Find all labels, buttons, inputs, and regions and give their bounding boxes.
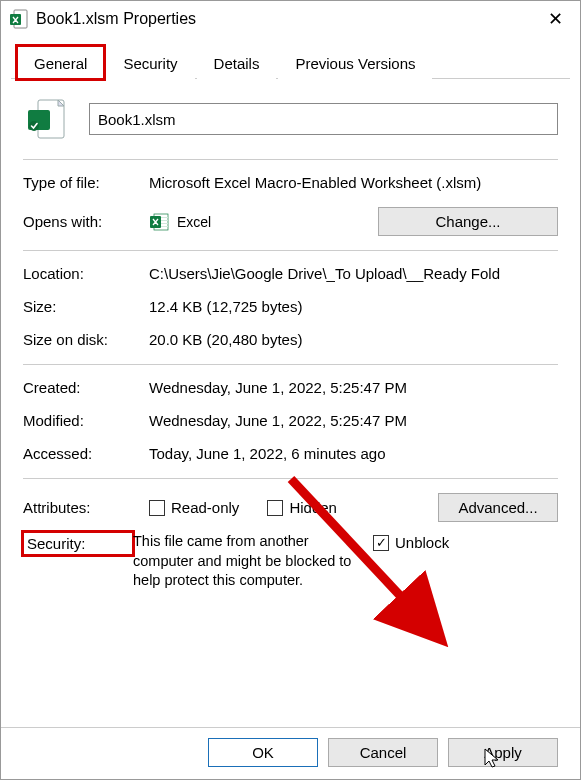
type-of-file-label: Type of file: [23, 174, 149, 191]
divider [23, 159, 558, 160]
location-label: Location: [23, 265, 149, 282]
created-label: Created: [23, 379, 149, 396]
filename-input[interactable] [89, 103, 558, 135]
excel-file-icon [9, 9, 29, 29]
checkbox-icon [149, 500, 165, 516]
size-on-disk-value: 20.0 KB (20,480 bytes) [149, 331, 558, 348]
opens-with-label: Opens with: [23, 213, 149, 230]
modified-value: Wednesday, June 1, 2022, 5:25:47 PM [149, 412, 558, 429]
checkbox-icon [267, 500, 283, 516]
ok-button[interactable]: OK [208, 738, 318, 767]
size-on-disk-label: Size on disk: [23, 331, 149, 348]
readonly-label: Read-only [171, 499, 239, 516]
divider [23, 364, 558, 365]
security-section-label: Security: [23, 532, 133, 555]
size-label: Size: [23, 298, 149, 315]
close-button[interactable]: ✕ [540, 8, 570, 30]
cancel-button[interactable]: Cancel [328, 738, 438, 767]
type-of-file-value: Microsoft Excel Macro-Enabled Worksheet … [149, 174, 558, 191]
tab-strip: General Security Details Previous Versio… [11, 45, 570, 79]
accessed-value: Today, June 1, 2022, 6 minutes ago [149, 445, 558, 462]
change-button[interactable]: Change... [378, 207, 558, 236]
apply-button[interactable]: Apply [448, 738, 558, 767]
file-type-icon [23, 95, 71, 143]
unblock-label: Unblock [395, 534, 449, 551]
tab-previous-versions[interactable]: Previous Versions [278, 46, 432, 79]
hidden-label: Hidden [289, 499, 337, 516]
tab-general[interactable]: General [17, 46, 104, 79]
checkbox-checked-icon: ✓ [373, 535, 389, 551]
created-value: Wednesday, June 1, 2022, 5:25:47 PM [149, 379, 558, 396]
attributes-label: Attributes: [23, 499, 149, 516]
divider [23, 478, 558, 479]
divider [23, 250, 558, 251]
opens-with-value: Excel [177, 214, 211, 230]
tab-security[interactable]: Security [106, 46, 194, 79]
modified-label: Modified: [23, 412, 149, 429]
tab-details[interactable]: Details [197, 46, 277, 79]
hidden-checkbox[interactable]: Hidden [267, 499, 337, 516]
size-value: 12.4 KB (12,725 bytes) [149, 298, 558, 315]
unblock-checkbox[interactable]: ✓ Unblock [373, 534, 449, 551]
readonly-checkbox[interactable]: Read-only [149, 499, 239, 516]
security-text: This file came from another computer and… [133, 532, 373, 591]
window-title: Book1.xlsm Properties [36, 10, 540, 28]
excel-app-icon [149, 212, 169, 232]
location-value: C:\Users\Jie\Google Drive\_To Upload\__R… [149, 265, 558, 282]
advanced-button[interactable]: Advanced... [438, 493, 558, 522]
accessed-label: Accessed: [23, 445, 149, 462]
